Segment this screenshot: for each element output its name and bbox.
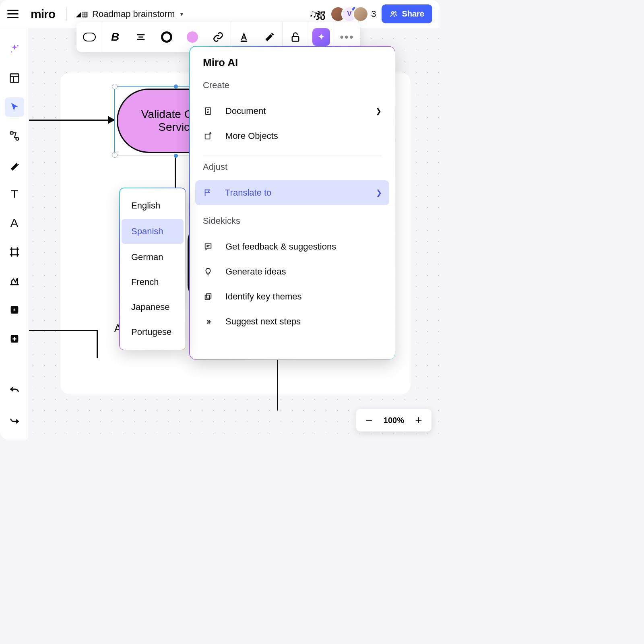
shape-type-button[interactable] [76,22,102,52]
ai-item-label: Generate ideas [225,266,286,277]
divider [66,7,67,21]
ai-item-more-objects[interactable]: More Objects [196,124,389,149]
zoom-out-button[interactable]: − [359,411,379,430]
language-option-english[interactable]: English [119,193,186,218]
chat-icon [203,242,213,251]
select-tool[interactable] [5,97,24,117]
language-option-german[interactable]: German [119,245,186,270]
menu-button[interactable] [7,8,19,20]
ai-item-label: More Objects [225,131,278,141]
ai-item-label: Document [225,106,266,116]
chart-tool[interactable] [5,271,24,291]
svg-rect-8 [16,138,19,140]
ai-item-label: Translate to [225,188,271,198]
language-option-portugese[interactable]: Portugese [119,320,186,345]
forward-icon: ›› [203,316,213,327]
align-button[interactable] [128,22,154,52]
layers-icon [203,292,213,301]
svg-point-2 [17,45,19,47]
ai-item-document[interactable]: Document ❯ [196,99,389,124]
avatar[interactable] [353,6,369,22]
left-toolbar: A [0,28,29,440]
zoom-in-button[interactable]: + [409,411,428,430]
border-color-button[interactable] [154,22,180,52]
svg-rect-36 [205,295,210,299]
document-icon [203,107,213,116]
selection-handle[interactable] [112,152,118,158]
svg-rect-24 [292,37,298,41]
ai-item-themes[interactable]: Identify key themes [196,284,389,309]
share-button[interactable]: Share [382,4,432,23]
selection-midpoint[interactable] [174,154,178,158]
frame-tool[interactable] [5,242,24,262]
svg-rect-29 [205,134,210,139]
flag-icon [202,188,213,197]
ai-item-label: Suggest next steps [225,316,301,327]
zoom-control: − 100% + [356,409,431,431]
people-icon [390,10,398,18]
zoom-percent[interactable]: 100% [379,416,409,425]
miro-logo[interactable]: miro [31,7,55,21]
svg-rect-7 [10,132,13,134]
diagram-tool[interactable] [5,126,24,146]
language-option-spanish[interactable]: Spanish [122,219,184,244]
app-tool[interactable] [5,300,24,320]
ai-section-sidekicks: Sidekicks [203,216,382,226]
language-option-japanese[interactable]: Japanese [119,295,186,320]
chevron-down-icon: ▾ [180,11,183,17]
language-submenu: English Spanish German French Japanese P… [119,188,186,350]
ai-item-label: Identify key themes [225,291,302,302]
svg-rect-35 [206,294,211,298]
selection-midpoint[interactable] [174,85,178,89]
ai-item-label: Get feedback & suggestions [225,242,336,252]
svg-point-0 [392,12,394,14]
ai-panel-title: Miro AI [203,56,382,69]
ai-sparkle-tool[interactable] [5,39,24,59]
board-title-dropdown[interactable]: ◢▦ Roadmap brainstorm ▾ [76,9,183,19]
svg-rect-4 [10,74,19,83]
miro-ai-panel: Miro AI Create Document ❯ More Objects A… [189,46,395,360]
lightbulb-icon [203,267,213,276]
add-object-icon [203,132,213,140]
template-tool[interactable] [5,68,24,88]
svg-point-1 [395,12,396,13]
reactions-icon[interactable]: ♫ჯჳ [309,8,325,20]
ai-section-adjust: Adjust [203,162,382,172]
share-label: Share [402,9,424,19]
ai-item-feedback[interactable]: Get feedback & suggestions [196,234,389,259]
ai-section-create: Create [203,80,382,91]
ai-item-next-steps[interactable]: ›› Suggest next steps [196,309,389,334]
selection-handle[interactable] [112,84,118,89]
chevron-right-icon: ❯ [376,107,382,116]
connector-tool[interactable] [5,155,24,175]
language-option-french[interactable]: French [119,270,186,295]
collaborators[interactable]: V 3 [330,6,376,22]
connector-line[interactable] [29,330,97,331]
ai-item-ideas[interactable]: Generate ideas [196,259,389,284]
text-tool[interactable] [5,184,24,204]
undo-button[interactable] [5,382,24,402]
board-icon: ◢▦ [76,10,88,19]
redo-button[interactable] [5,409,24,428]
connector-line[interactable] [97,330,98,358]
ai-item-translate[interactable]: Translate to ❯ [195,180,389,205]
chevron-right-icon: ❯ [376,188,382,197]
svg-point-3 [11,52,12,53]
shape-tool[interactable]: A [5,213,24,233]
board-title-text: Roadmap brainstorm [92,9,175,19]
bold-button[interactable]: B [102,22,128,52]
add-tool[interactable] [5,329,24,349]
avatar-count: 3 [371,9,376,19]
divider [203,155,382,155]
connector-line[interactable] [277,358,278,411]
connector-line[interactable] [29,120,109,121]
